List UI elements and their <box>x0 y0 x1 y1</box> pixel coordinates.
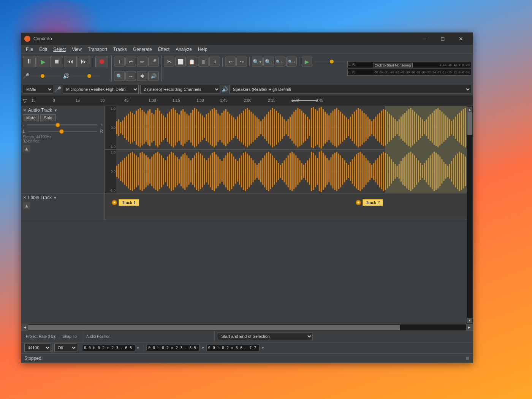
record-button[interactable] <box>95 56 108 67</box>
trim-button[interactable]: ||| <box>198 57 209 66</box>
menu-bar: File Edit Select View Transport Tracks G… <box>21 45 473 54</box>
waveform-channel-2: 1.0 0.0 -1.0 <box>105 150 467 193</box>
label-track-collapse-button[interactable]: ▲ <box>23 202 30 209</box>
stop-button[interactable]: ⏹ <box>50 56 63 67</box>
svg-rect-65 <box>239 114 240 141</box>
paste-button[interactable]: 📋 <box>187 57 197 66</box>
copy-button[interactable]: ⬜ <box>175 57 186 66</box>
zoom-tool-button[interactable]: 🔍 <box>114 71 125 81</box>
pan-slider[interactable] <box>28 131 97 132</box>
label-track-area[interactable]: Track 1 Track 2 <box>105 193 467 216</box>
scroll-thumb[interactable] <box>467 112 472 135</box>
track-close-button[interactable]: ✕ <box>23 108 27 113</box>
label-track-dropdown-icon[interactable]: ▼ <box>53 196 57 200</box>
track-2-label[interactable]: Track 2 <box>363 199 383 206</box>
scroll-up-button[interactable]: ▲ <box>467 107 472 112</box>
svg-rect-288 <box>317 158 318 185</box>
svg-rect-213 <box>171 152 172 191</box>
status-value-row: 44100 Off ▼ ▼ ▼ <box>21 342 473 353</box>
time-shift-button[interactable]: ↔ <box>125 71 136 81</box>
track-dropdown-icon[interactable]: ▼ <box>54 108 57 112</box>
waveform-canvas-2[interactable] <box>116 150 467 193</box>
envelope-tool-button[interactable]: ⇌ <box>125 57 136 66</box>
play-green-button[interactable]: ▶ <box>302 57 312 66</box>
close-button[interactable]: ✕ <box>452 33 470 45</box>
menu-effect[interactable]: Effect <box>155 46 173 53</box>
svg-rect-221 <box>186 155 187 187</box>
undo-button[interactable]: ↩ <box>225 57 236 66</box>
audio-position-input[interactable] <box>82 345 135 351</box>
skip-start-button[interactable]: ⏮ <box>64 56 77 67</box>
selection-end-dropdown-icon[interactable]: ▼ <box>261 346 265 350</box>
cut-button[interactable]: ✂ <box>164 57 174 66</box>
tracks-scroll[interactable]: ✕ Audio Track ▼ Mute Solo - + <box>21 106 467 324</box>
svg-rect-32 <box>175 110 176 146</box>
select-tool-button[interactable]: I <box>114 57 125 66</box>
h-scroll-right-button[interactable]: ► <box>466 324 473 331</box>
svg-rect-114 <box>334 109 336 146</box>
silence-button[interactable]: ⏸ <box>209 57 220 66</box>
menu-analyze[interactable]: Analyze <box>173 46 195 53</box>
label-track-close-button[interactable]: ✕ <box>23 195 27 200</box>
selection-end-input[interactable] <box>206 345 260 351</box>
audio-position-dropdown-icon[interactable]: ▼ <box>136 346 140 350</box>
solo-button[interactable]: Solo <box>40 114 55 121</box>
svg-rect-58 <box>225 109 226 146</box>
h-scroll-thumb[interactable] <box>28 325 400 330</box>
track-1-label[interactable]: Track 1 <box>119 199 139 206</box>
menu-tracks[interactable]: Tracks <box>110 46 130 53</box>
project-rate-select[interactable]: 44100 <box>24 344 51 352</box>
svg-rect-192 <box>130 153 131 190</box>
zoom-out-button[interactable]: 🔍- <box>263 57 274 66</box>
menu-select[interactable]: Select <box>50 46 69 53</box>
interface-select[interactable]: MME <box>23 85 53 94</box>
channels-select[interactable]: 2 (Stereo) Recording Channels <box>140 85 220 94</box>
minimize-button[interactable]: ─ <box>416 33 433 45</box>
input-gain-slider[interactable] <box>30 75 60 77</box>
play-button[interactable]: ▶ <box>36 56 49 67</box>
skip-end-button[interactable]: ⏭ <box>78 56 90 67</box>
record-mic-button[interactable]: 🎤 <box>148 57 159 66</box>
menu-view[interactable]: View <box>69 46 85 53</box>
h-scroll-left-button[interactable]: ◄ <box>21 324 28 331</box>
svg-rect-232 <box>208 158 209 185</box>
scroll-down-button[interactable]: ▼ <box>467 318 472 323</box>
menu-edit[interactable]: Edit <box>36 46 50 53</box>
waveform-canvas-1[interactable] <box>116 106 467 149</box>
multi-tool-button[interactable]: ✱ <box>137 71 147 81</box>
selection-start-dropdown-icon[interactable]: ▼ <box>201 346 205 350</box>
speaker-select[interactable]: Speakers (Realtek High Definiti <box>230 85 471 94</box>
maximize-button[interactable]: □ <box>434 33 451 45</box>
playback-speed-slider[interactable] <box>315 61 345 62</box>
vertical-scrollbar[interactable]: ▲ ▼ <box>467 106 473 324</box>
svg-rect-35 <box>180 111 182 145</box>
selection-mode-select[interactable]: Start and End of Selection <box>218 332 313 340</box>
svg-rect-3 <box>118 119 119 136</box>
pause-button[interactable]: ⏸ <box>23 56 36 67</box>
menu-transport[interactable]: Transport <box>85 46 110 53</box>
svg-rect-47 <box>204 117 205 138</box>
draw-tool-button[interactable]: ✏ <box>137 57 147 66</box>
zoom-in-button[interactable]: 🔍+ <box>252 57 263 66</box>
snap-to-select[interactable]: Off <box>54 344 77 352</box>
menu-help[interactable]: Help <box>195 46 211 53</box>
zoom-sel-button[interactable]: 🔍□ <box>286 57 297 66</box>
svg-rect-319 <box>377 158 378 185</box>
transport-toolbar: ⏸ ▶ ⏹ ⏮ ⏭ <box>21 54 110 69</box>
svg-rect-54 <box>217 114 218 142</box>
track-collapse-button[interactable]: ▲ <box>23 145 30 152</box>
volume-tool-button[interactable]: 🔊 <box>148 71 159 81</box>
click-monitoring-button[interactable]: Click to Start Monitoring <box>373 63 413 68</box>
svg-rect-240 <box>223 158 225 185</box>
output-gain-slider[interactable] <box>71 75 101 77</box>
mute-button[interactable]: Mute <box>23 114 39 121</box>
microphone-select[interactable]: Microphone (Realtek High Defini <box>63 85 139 94</box>
redo-button[interactable]: ↪ <box>236 57 247 66</box>
zoom-fit-button[interactable]: 🔍↔ <box>275 57 285 66</box>
gain-slider[interactable] <box>27 124 98 125</box>
menu-file[interactable]: File <box>23 46 36 53</box>
svg-rect-295 <box>330 157 331 185</box>
selection-start-input[interactable] <box>146 345 200 351</box>
menu-generate[interactable]: Generate <box>130 46 155 53</box>
waveform-svg-1 <box>116 106 467 149</box>
